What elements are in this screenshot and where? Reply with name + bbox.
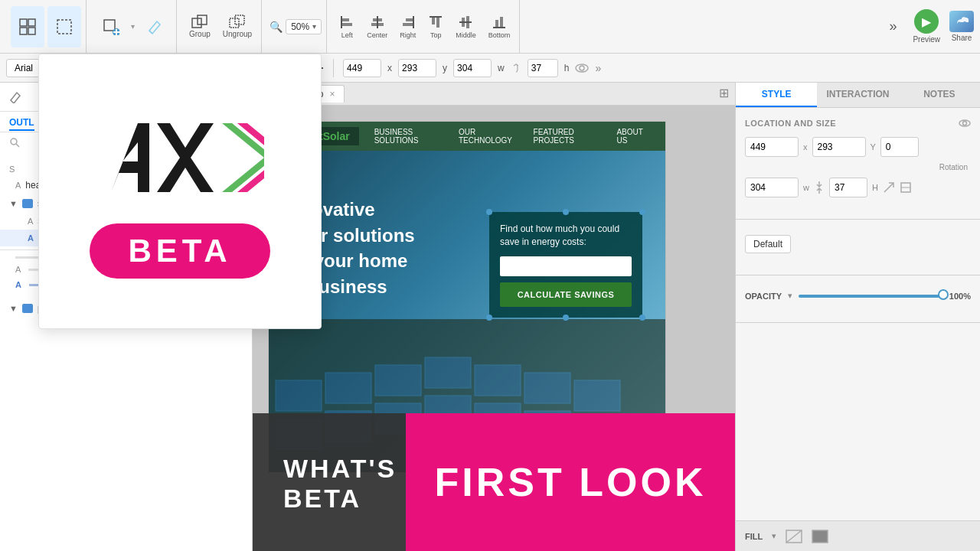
wh-row: 304 w 37 H <box>745 178 971 197</box>
nav-item-2[interactable]: OUR TECHNOLOGY <box>449 125 524 148</box>
x-pos-input[interactable]: 449 <box>343 59 381 77</box>
y-value-input[interactable]: 293 <box>812 137 866 157</box>
pencil-icon <box>146 18 163 35</box>
nav-item-3[interactable]: FEATURED PROJECTS <box>524 125 608 148</box>
align-center-label: Center <box>367 31 387 39</box>
w-label: w <box>498 63 505 73</box>
ungroup-btn[interactable]: Ungroup <box>218 13 256 40</box>
site-navbar: SunsetSolar BUSINESS SOLUTIONS OUR TECHN… <box>269 122 665 151</box>
align-right-icon <box>400 15 416 30</box>
link-constraint-icon[interactable] <box>814 181 825 194</box>
svg-rect-55 <box>574 380 620 411</box>
text-icon-2: A <box>28 217 33 226</box>
text-icon-5: A <box>15 280 21 289</box>
svg-rect-10 <box>192 18 201 28</box>
preview-label: Preview <box>913 35 940 44</box>
select-icon <box>19 18 36 35</box>
pencil-btn[interactable] <box>138 6 172 47</box>
tab-notes[interactable]: NOTES <box>899 83 980 107</box>
align-bottom-icon <box>492 15 507 30</box>
more-options-btn[interactable]: » <box>595 62 601 74</box>
share-btn[interactable]: Share <box>949 11 974 42</box>
handle-tl <box>486 209 492 215</box>
sidebar-s-label: S <box>9 165 20 174</box>
align-middle-btn[interactable]: Middle <box>451 13 481 41</box>
align-center-btn[interactable]: Center <box>362 13 392 41</box>
savings-folder-icon <box>22 199 33 208</box>
fill-none-icon[interactable] <box>786 530 802 543</box>
zoom-control[interactable]: 50% ▾ <box>286 19 322 34</box>
expand-arrow-savings[interactable]: ▼ <box>9 199 18 208</box>
address-input[interactable]: 123 Main Street <box>500 256 632 276</box>
select-alt-icon <box>56 18 73 35</box>
sidebar-search-icon <box>9 137 20 148</box>
text-icon-4: A <box>15 265 21 274</box>
zoom-icon: 🔍 <box>270 21 283 33</box>
align-bottom-btn[interactable]: Bottom <box>484 13 515 41</box>
align-left-btn[interactable]: Left <box>335 13 359 41</box>
opacity-dropdown[interactable]: ▾ <box>788 291 792 301</box>
expand-btn[interactable]: » <box>876 6 910 47</box>
width-value-input[interactable]: 304 <box>745 178 799 197</box>
insert-btn[interactable] <box>94 6 128 47</box>
svg-rect-1 <box>28 19 35 26</box>
tab-interaction[interactable]: INTERACTION <box>817 83 898 107</box>
svg-rect-13 <box>235 15 244 24</box>
svg-rect-25 <box>436 17 439 28</box>
expand-arrow-prototype[interactable]: ▼ <box>9 304 18 313</box>
opacity-section: OPACITY ▾ 100% <box>736 282 980 316</box>
select-tool-btn[interactable] <box>11 6 44 47</box>
svg-rect-52 <box>425 357 471 388</box>
tab-style[interactable]: STYLE <box>736 83 817 107</box>
zoom-group: 🔍 50% ▾ <box>265 0 327 53</box>
canvas-scroll-btn[interactable]: ⊞ <box>719 86 729 100</box>
h-input[interactable]: 37 <box>528 59 558 77</box>
prototype-folder-icon <box>22 304 33 313</box>
beta-text: BETA <box>128 233 231 269</box>
calculate-btn[interactable]: CALCULATE SAVINGS <box>500 282 632 307</box>
handle-bm <box>563 315 569 321</box>
opacity-thumb[interactable] <box>938 289 949 300</box>
ungroup-icon <box>229 15 246 28</box>
align-right-btn[interactable]: Right <box>395 13 420 41</box>
cloud-share-icon <box>954 15 969 28</box>
select-alt-btn[interactable] <box>47 6 81 47</box>
x-axis-label: x <box>803 142 808 152</box>
nav-item-4[interactable]: ABOUT US <box>607 125 656 148</box>
w-axis-label: w <box>803 183 809 192</box>
opacity-row: OPACITY ▾ 100% <box>745 291 971 301</box>
svg-rect-24 <box>432 17 435 24</box>
h-axis-label: H <box>872 183 878 192</box>
tab-close-btn[interactable]: × <box>329 89 335 99</box>
default-section: Default <box>736 226 980 269</box>
preview-btn[interactable]: ▶ Preview <box>913 9 940 44</box>
insert-tools: ▾ <box>90 0 177 53</box>
opacity-slider[interactable] <box>799 295 943 298</box>
fill-bottom-label: FILL <box>745 532 763 541</box>
fill-solid-icon[interactable] <box>812 530 828 543</box>
insert-dropdown-arrow[interactable]: ▾ <box>131 22 135 31</box>
nav-item-1[interactable]: BUSINESS SOLUTIONS <box>365 125 449 148</box>
fill-dropdown-arrow[interactable]: ▾ <box>772 531 776 541</box>
align-right-label: Right <box>400 31 416 39</box>
first-look-banner: FIRST LOOK <box>406 413 735 551</box>
rotation-input[interactable]: 0 <box>880 137 919 157</box>
w-input[interactable]: 304 <box>453 59 492 77</box>
svg-point-40 <box>580 66 584 70</box>
rotation-label-row: Rotation <box>745 163 968 171</box>
height-value-input[interactable]: 37 <box>829 178 867 197</box>
x-value-input[interactable]: 449 <box>745 137 799 157</box>
default-badge[interactable]: Default <box>745 235 791 253</box>
zoom-dropdown-arrow[interactable]: ▾ <box>312 22 316 31</box>
right-panel-tabs: STYLE INTERACTION NOTES <box>736 83 980 108</box>
group-btn[interactable]: Group <box>185 13 215 40</box>
y-pos-input[interactable]: 293 <box>398 59 436 77</box>
svg-rect-28 <box>466 16 469 28</box>
svg-rect-3 <box>28 28 35 34</box>
visibility-icon <box>575 61 589 75</box>
text-icon-1: A <box>15 181 21 190</box>
svg-rect-2 <box>20 28 27 34</box>
align-top-btn[interactable]: Top <box>423 13 448 41</box>
outline-tab[interactable]: OUTL <box>9 117 34 131</box>
visibility-toggle-icon[interactable] <box>959 117 971 129</box>
